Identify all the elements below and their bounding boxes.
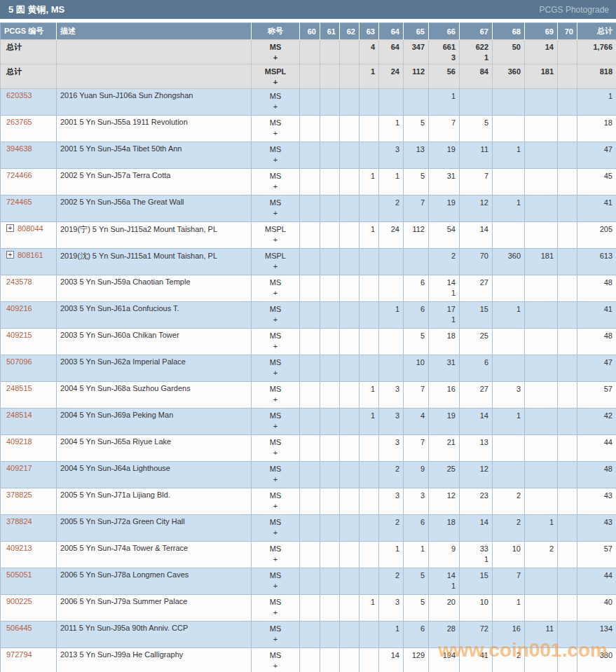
grade-66-count: 19 xyxy=(429,196,460,222)
col-header-grade-63: 63 xyxy=(360,23,379,40)
grade-63-count xyxy=(360,462,379,488)
coin-description xyxy=(57,40,252,64)
col-header-grade-70: 70 xyxy=(558,23,577,40)
grade-60-count xyxy=(300,648,320,672)
grade-65-count: 7 xyxy=(404,196,429,222)
grade-67-count: 27 xyxy=(460,382,493,409)
grade-63-count xyxy=(360,355,379,382)
grade-66-count: 28 xyxy=(429,622,460,648)
grade-61-count xyxy=(320,222,340,249)
pcgs-number-link[interactable]: 808161 xyxy=(18,251,43,259)
pcgs-number-link[interactable]: 248515 xyxy=(6,384,32,392)
grade-62-count xyxy=(340,302,360,329)
pcgs-number-link[interactable]: 808044 xyxy=(18,224,43,233)
pcgs-number-link[interactable]: 409215 xyxy=(6,331,32,339)
pcgs-number-link[interactable]: 972794 xyxy=(6,650,32,659)
grade-70-count xyxy=(558,222,577,249)
grade-61-count xyxy=(320,89,340,116)
grade-61-count xyxy=(320,329,340,355)
row-total: 44 xyxy=(577,435,616,462)
designation-cell: MS+ xyxy=(252,568,300,595)
grade-68-count xyxy=(493,355,525,382)
pcgs-number-cell: 248515 xyxy=(1,382,57,409)
grade-62-count xyxy=(340,222,360,249)
pcgs-number-cell: 总计 xyxy=(1,40,57,64)
pcgs-number-link[interactable]: 394638 xyxy=(6,144,32,153)
row-total: 44 xyxy=(577,568,616,595)
grade-65-count: 1 xyxy=(404,542,429,568)
pcgs-number-link[interactable]: 507096 xyxy=(6,357,32,366)
pcgs-number-link[interactable]: 724466 xyxy=(6,171,32,179)
grade-69-count xyxy=(525,595,558,622)
pcgs-number-link[interactable]: 900225 xyxy=(6,597,32,605)
coin-description: 2006 5 Yn Sun-J78a Longmen Caves xyxy=(57,568,252,595)
grade-69-count xyxy=(525,648,558,672)
expand-plus-icon[interactable]: + xyxy=(6,251,14,259)
designation-cell: MS+ xyxy=(252,542,300,568)
row-total: 48 xyxy=(577,462,616,488)
grade-63-count xyxy=(360,302,379,329)
expand-plus-icon[interactable]: + xyxy=(6,224,14,232)
pcgs-number-cell: 505051 xyxy=(1,568,57,595)
pcgs-number-link[interactable]: 263765 xyxy=(6,118,32,126)
pcgs-number-link[interactable]: 724465 xyxy=(6,198,32,206)
table-row: +8081612019(沈) 5 Yn Sun-J115a1 Mount Tai… xyxy=(1,249,616,275)
grade-70-count xyxy=(558,462,577,488)
pcgs-number-link[interactable]: 378825 xyxy=(6,491,32,499)
row-total: 40 xyxy=(577,595,616,622)
grade-66-count: 141 xyxy=(429,568,460,595)
grade-70-count xyxy=(558,595,577,622)
pcgs-number-link[interactable]: 506445 xyxy=(6,624,32,632)
grade-63-count xyxy=(360,648,379,672)
grade-63-count xyxy=(360,142,379,169)
grade-66-count: 18 xyxy=(429,329,460,355)
grade-64-count xyxy=(379,275,404,302)
grade-60-count xyxy=(300,64,320,89)
table-row: +8080442019(宁) 5 Yn Sun-J115a2 Mount Tai… xyxy=(1,222,616,249)
pcgs-number-link[interactable]: 409218 xyxy=(6,437,32,446)
row-total: 205 xyxy=(577,222,616,249)
designation-cell: MSPL+ xyxy=(252,249,300,275)
grade-69-count xyxy=(525,462,558,488)
grade-65-count: 13 xyxy=(404,142,429,169)
pcgs-number-link[interactable]: 409216 xyxy=(6,304,32,313)
designation-cell: MS+ xyxy=(252,40,300,64)
grade-60-count xyxy=(300,488,320,515)
table-row: 2485142004 5 Yn Sun-J69a Peking ManMS+13… xyxy=(1,409,616,435)
grade-66-count: 19 xyxy=(429,409,460,435)
grade-68-count: 2 xyxy=(493,488,525,515)
coin-description: 2001 5 Yn Sun-J54a Tibet 50th Ann xyxy=(57,142,252,169)
grade-67-count: 41 xyxy=(460,648,493,672)
coin-description: 2003 5 Yn Sun-J62a Imperial Palace xyxy=(57,355,252,382)
table-row: 3788242005 5 Yn Sun-J72a Green City Hall… xyxy=(1,515,616,542)
pcgs-number-link[interactable]: 505051 xyxy=(6,570,32,579)
header-row: PCGS 编号 描述 称号 60 61 62 63 64 65 66 67 68… xyxy=(1,23,616,40)
col-header-grade-65: 65 xyxy=(404,23,429,40)
pcgs-number-link[interactable]: 409217 xyxy=(6,464,32,472)
pcgs-number-link[interactable]: 409213 xyxy=(6,544,32,552)
pcgs-number-cell: +808161 xyxy=(1,249,57,275)
pcgs-number-link[interactable]: 378824 xyxy=(6,517,32,526)
coin-description: 2003 5 Yn Sun-J60a Chikan Tower xyxy=(57,329,252,355)
grade-69-count xyxy=(525,142,558,169)
photograde-link[interactable]: PCGS Photograde xyxy=(540,5,609,15)
grade-60-count xyxy=(300,249,320,275)
grade-70-count xyxy=(558,382,577,409)
pcgs-number-cell: 724466 xyxy=(1,169,57,196)
grade-68-count: 50 xyxy=(493,40,525,64)
grade-61-count xyxy=(320,462,340,488)
grade-66-count: 9 xyxy=(429,542,460,568)
grade-62-count xyxy=(340,595,360,622)
grade-64-count: 24 xyxy=(379,64,404,89)
pcgs-number-link[interactable]: 243578 xyxy=(6,277,32,286)
grade-68-count: 1 xyxy=(493,409,525,435)
grade-69-count: 14 xyxy=(525,40,558,64)
grade-66-count: 31 xyxy=(429,355,460,382)
pcgs-number-link[interactable]: 620353 xyxy=(6,91,32,100)
designation-cell: MS+ xyxy=(252,169,300,196)
row-total: 43 xyxy=(577,488,616,515)
pcgs-number-link[interactable]: 248514 xyxy=(6,411,32,419)
grade-60-count xyxy=(300,382,320,409)
table-row: 6203532016 Yuan Sun-J106a Sun ZhongshanM… xyxy=(1,89,616,116)
coin-description: 2003 5 Yn Sun-J61a Confucious T. xyxy=(57,302,252,329)
